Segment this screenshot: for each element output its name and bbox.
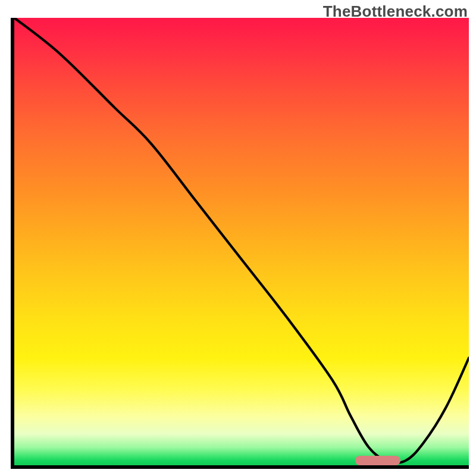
watermark-text: TheBottleneck.com: [323, 2, 468, 21]
optimal-range-marker: [355, 456, 400, 465]
chart-frame: TheBottleneck.com: [0, 0, 476, 476]
bottleneck-curve: [14, 18, 469, 465]
plot-axes: [11, 18, 469, 469]
